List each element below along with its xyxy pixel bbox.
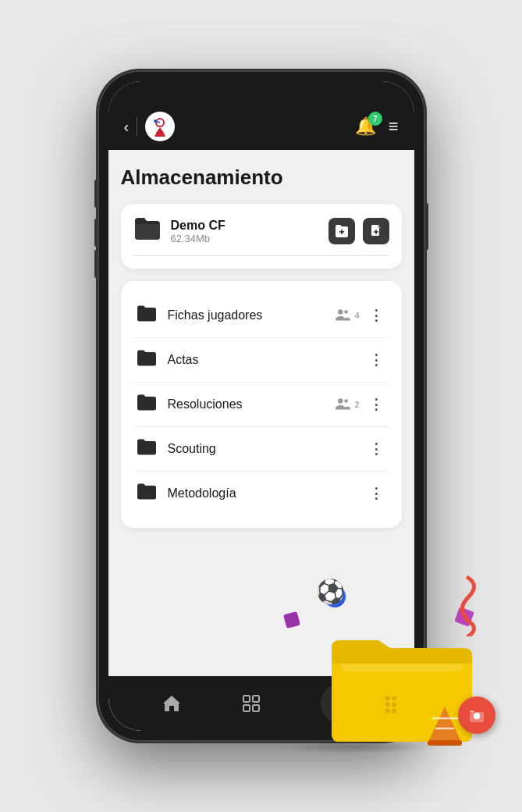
add-file-button[interactable] xyxy=(363,218,389,244)
svg-point-24 xyxy=(339,707,343,711)
logo-circle xyxy=(145,112,175,141)
svg-rect-16 xyxy=(253,705,259,711)
folder-meta-resoluciones: 2 ⋮ xyxy=(334,396,385,413)
more-button-scouting[interactable]: ⋮ xyxy=(366,440,386,458)
folder-icon xyxy=(137,394,157,415)
svg-point-9 xyxy=(338,309,343,314)
svg-point-19 xyxy=(343,698,347,702)
people-icon xyxy=(334,307,351,324)
svg-marker-31 xyxy=(429,707,460,740)
folder-item-metodologia[interactable]: Metodología ⋮ xyxy=(133,472,389,515)
folder-icon xyxy=(137,304,157,326)
svg-point-27 xyxy=(474,713,480,719)
main-content: Almacenamiento Demo CF 62.34Mb xyxy=(108,150,414,676)
people-count-fichas: 4 xyxy=(354,311,359,320)
svg-rect-28 xyxy=(470,712,484,722)
folder-icon xyxy=(137,483,157,504)
demo-folder-row: Demo CF 62.34Mb xyxy=(133,216,389,246)
folder-label-metodologia: Metodología xyxy=(168,486,366,500)
svg-point-23 xyxy=(334,707,338,711)
svg-rect-32 xyxy=(428,740,462,746)
people-badge-fichas: 4 xyxy=(334,307,359,324)
people-count-resoluciones: 2 xyxy=(354,400,359,409)
folder-icon xyxy=(137,438,157,460)
svg-point-25 xyxy=(343,707,347,711)
phone-screen: ‹ 🔔 7 ≡ xyxy=(108,81,414,731)
svg-point-21 xyxy=(339,703,343,707)
folder-label-scouting: Scouting xyxy=(168,442,366,456)
add-subfolder-button[interactable] xyxy=(328,218,355,244)
demo-folder-name: Demo CF xyxy=(171,219,319,233)
people-badge-resoluciones: 2 xyxy=(334,396,359,413)
top-nav: ‹ 🔔 7 ≡ xyxy=(108,103,414,150)
svg-point-11 xyxy=(338,398,343,403)
folder-item-fichas[interactable]: Fichas jugadores 4 ⋮ xyxy=(133,294,389,338)
svg-rect-15 xyxy=(243,705,250,711)
demo-folder-info: Demo CF 62.34Mb xyxy=(171,219,319,244)
nav-tab-center[interactable] xyxy=(321,683,361,724)
svg-point-12 xyxy=(345,399,349,403)
notch xyxy=(222,85,300,99)
svg-point-20 xyxy=(334,703,338,707)
nav-tab-home[interactable] xyxy=(162,693,182,714)
svg-rect-13 xyxy=(243,696,250,702)
page-title: Almacenamiento xyxy=(121,166,402,190)
demo-folder-card: Demo CF 62.34Mb xyxy=(121,204,402,269)
back-button[interactable]: ‹ xyxy=(124,118,130,136)
bottom-nav xyxy=(108,676,414,731)
logo-icon xyxy=(148,115,172,138)
card-divider xyxy=(133,255,389,256)
folder-meta-actas: ⋮ xyxy=(366,351,386,369)
svg-point-29 xyxy=(474,714,479,719)
svg-point-3 xyxy=(154,119,157,123)
people-icon xyxy=(334,396,351,413)
notch-bar xyxy=(108,81,414,103)
more-button-resoluciones[interactable]: ⋮ xyxy=(366,396,386,413)
nav-left: ‹ xyxy=(124,112,176,141)
demo-folder-actions xyxy=(328,218,389,244)
more-button-actas[interactable]: ⋮ xyxy=(366,351,386,369)
more-button-metodologia[interactable]: ⋮ xyxy=(366,485,386,502)
folder-item-scouting[interactable]: Scouting ⋮ xyxy=(133,427,389,472)
bell-button[interactable]: 🔔 7 xyxy=(355,116,376,137)
folder-item-actas[interactable]: Actas ⋮ xyxy=(133,338,389,383)
folder-label-fichas: Fichas jugadores xyxy=(168,308,335,322)
more-button-fichas[interactable]: ⋮ xyxy=(366,307,386,324)
folder-label-resoluciones: Resoluciones xyxy=(168,397,335,411)
notification-badge: 7 xyxy=(368,112,382,126)
demo-folder-size: 62.34Mb xyxy=(171,233,319,244)
svg-point-30 xyxy=(475,715,478,718)
folder-meta-metodologia: ⋮ xyxy=(366,485,386,502)
nav-right: 🔔 7 ≡ xyxy=(355,116,399,137)
menu-button[interactable]: ≡ xyxy=(389,116,399,137)
phone-frame: ‹ 🔔 7 ≡ xyxy=(98,70,425,742)
folder-icon xyxy=(137,349,157,371)
folder-label-actas: Actas xyxy=(168,353,366,367)
nav-divider xyxy=(137,117,137,136)
folder-meta-scouting: ⋮ xyxy=(366,440,386,458)
folder-item-resoluciones[interactable]: Resoluciones 2 ⋮ xyxy=(133,383,389,427)
svg-point-22 xyxy=(343,703,347,707)
svg-point-17 xyxy=(334,698,338,702)
demo-folder-icon xyxy=(133,216,162,246)
svg-point-10 xyxy=(345,310,349,314)
nav-tab-grid[interactable] xyxy=(241,693,261,714)
folder-meta-fichas: 4 ⋮ xyxy=(334,307,385,324)
svg-point-18 xyxy=(339,698,343,702)
folder-list-card: Fichas jugadores 4 ⋮ xyxy=(121,281,402,528)
svg-rect-14 xyxy=(253,696,259,702)
